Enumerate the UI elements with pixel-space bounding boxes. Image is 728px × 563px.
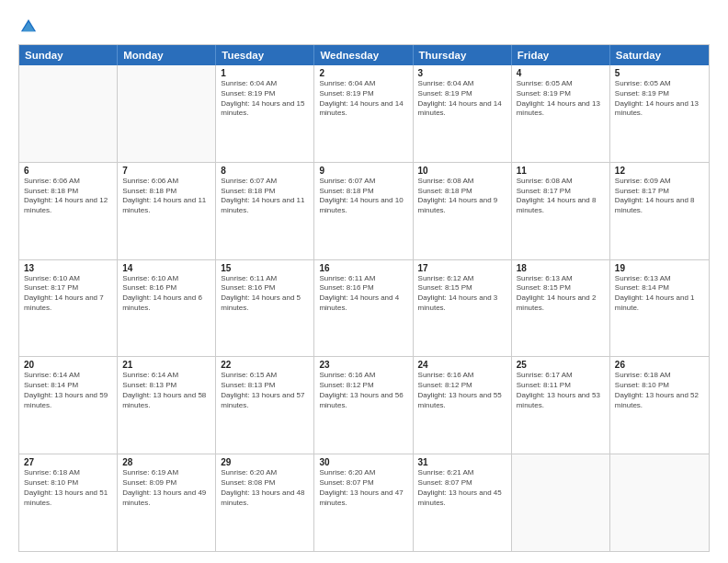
day-number: 3 xyxy=(418,68,506,78)
calendar-day-23: 23Sunrise: 6:16 AMSunset: 8:12 PMDayligh… xyxy=(314,357,413,454)
day-number: 9 xyxy=(319,166,407,176)
calendar-day-14: 14Sunrise: 6:10 AMSunset: 8:16 PMDayligh… xyxy=(118,260,216,357)
calendar-day-4: 4Sunrise: 6:05 AMSunset: 8:19 PMDaylight… xyxy=(512,65,610,162)
day-info: Sunrise: 6:05 AMSunset: 8:19 PMDaylight:… xyxy=(517,79,605,119)
calendar-day-8: 8Sunrise: 6:07 AMSunset: 8:18 PMDaylight… xyxy=(216,163,314,259)
calendar-day-1: 1Sunrise: 6:04 AMSunset: 8:19 PMDaylight… xyxy=(216,65,314,162)
day-number: 19 xyxy=(615,263,704,273)
day-info: Sunrise: 6:07 AMSunset: 8:18 PMDaylight:… xyxy=(319,177,407,216)
day-info: Sunrise: 6:04 AMSunset: 8:19 PMDaylight:… xyxy=(319,79,407,119)
calendar-week-2: 6Sunrise: 6:06 AMSunset: 8:18 PMDaylight… xyxy=(19,162,709,259)
day-number: 26 xyxy=(615,360,704,370)
calendar-day-21: 21Sunrise: 6:14 AMSunset: 8:13 PMDayligh… xyxy=(118,357,216,454)
day-number: 6 xyxy=(24,166,112,176)
day-info: Sunrise: 6:15 AMSunset: 8:13 PMDaylight:… xyxy=(221,371,309,410)
day-info: Sunrise: 6:04 AMSunset: 8:19 PMDaylight:… xyxy=(221,79,309,119)
day-number: 11 xyxy=(517,166,605,176)
day-info: Sunrise: 6:14 AMSunset: 8:14 PMDaylight:… xyxy=(24,371,112,410)
calendar-day-20: 20Sunrise: 6:14 AMSunset: 8:14 PMDayligh… xyxy=(19,357,118,454)
day-info: Sunrise: 6:11 AMSunset: 8:16 PMDaylight:… xyxy=(319,274,407,314)
day-number: 22 xyxy=(221,360,309,370)
calendar-day-11: 11Sunrise: 6:08 AMSunset: 8:17 PMDayligh… xyxy=(512,163,610,259)
calendar-day-29: 29Sunrise: 6:20 AMSunset: 8:08 PMDayligh… xyxy=(216,454,314,551)
day-number: 14 xyxy=(122,263,210,273)
day-number: 21 xyxy=(122,360,210,370)
header-day-saturday: Saturday xyxy=(610,45,709,65)
calendar-day-12: 12Sunrise: 6:09 AMSunset: 8:17 PMDayligh… xyxy=(610,163,709,259)
day-number: 20 xyxy=(24,360,112,370)
day-number: 4 xyxy=(517,68,605,78)
day-number: 12 xyxy=(615,166,704,176)
calendar-day-31: 31Sunrise: 6:21 AMSunset: 8:07 PMDayligh… xyxy=(414,454,512,551)
header-day-friday: Friday xyxy=(512,45,610,65)
day-info: Sunrise: 6:05 AMSunset: 8:19 PMDaylight:… xyxy=(615,79,704,119)
day-info: Sunrise: 6:09 AMSunset: 8:17 PMDaylight:… xyxy=(615,177,704,216)
day-info: Sunrise: 6:08 AMSunset: 8:18 PMDaylight:… xyxy=(418,177,506,216)
day-number: 5 xyxy=(615,68,704,78)
day-info: Sunrise: 6:12 AMSunset: 8:15 PMDaylight:… xyxy=(418,274,506,314)
day-info: Sunrise: 6:06 AMSunset: 8:18 PMDaylight:… xyxy=(122,177,210,216)
day-info: Sunrise: 6:10 AMSunset: 8:16 PMDaylight:… xyxy=(122,274,210,314)
calendar-day-30: 30Sunrise: 6:20 AMSunset: 8:07 PMDayligh… xyxy=(314,454,413,551)
calendar-day-13: 13Sunrise: 6:10 AMSunset: 8:17 PMDayligh… xyxy=(19,260,118,357)
day-number: 16 xyxy=(319,263,407,273)
header-day-sunday: Sunday xyxy=(19,45,118,65)
day-number: 25 xyxy=(517,360,605,370)
calendar-day-empty xyxy=(610,454,709,551)
day-info: Sunrise: 6:07 AMSunset: 8:18 PMDaylight:… xyxy=(221,177,309,216)
day-info: Sunrise: 6:10 AMSunset: 8:17 PMDaylight:… xyxy=(24,274,112,314)
day-info: Sunrise: 6:16 AMSunset: 8:12 PMDaylight:… xyxy=(418,371,506,410)
day-number: 13 xyxy=(24,263,112,273)
day-info: Sunrise: 6:19 AMSunset: 8:09 PMDaylight:… xyxy=(122,468,210,508)
day-number: 10 xyxy=(418,166,506,176)
calendar-week-5: 27Sunrise: 6:18 AMSunset: 8:10 PMDayligh… xyxy=(19,454,709,551)
day-number: 7 xyxy=(122,166,210,176)
calendar-day-6: 6Sunrise: 6:06 AMSunset: 8:18 PMDaylight… xyxy=(19,163,118,259)
header-day-tuesday: Tuesday xyxy=(216,45,314,65)
calendar-week-1: 1Sunrise: 6:04 AMSunset: 8:19 PMDaylight… xyxy=(19,65,709,162)
day-number: 18 xyxy=(517,263,605,273)
day-number: 27 xyxy=(24,457,112,467)
day-number: 17 xyxy=(418,263,506,273)
day-info: Sunrise: 6:18 AMSunset: 8:10 PMDaylight:… xyxy=(615,371,704,410)
calendar-day-2: 2Sunrise: 6:04 AMSunset: 8:19 PMDaylight… xyxy=(314,65,413,162)
day-number: 1 xyxy=(221,68,309,78)
calendar-day-18: 18Sunrise: 6:13 AMSunset: 8:15 PMDayligh… xyxy=(512,260,610,357)
day-info: Sunrise: 6:16 AMSunset: 8:12 PMDaylight:… xyxy=(319,371,407,410)
day-info: Sunrise: 6:14 AMSunset: 8:13 PMDaylight:… xyxy=(122,371,210,410)
day-number: 30 xyxy=(319,457,407,467)
day-info: Sunrise: 6:21 AMSunset: 8:07 PMDaylight:… xyxy=(418,468,506,508)
day-number: 8 xyxy=(221,166,309,176)
calendar-day-19: 19Sunrise: 6:13 AMSunset: 8:14 PMDayligh… xyxy=(610,260,709,357)
day-number: 28 xyxy=(122,457,210,467)
page: SundayMondayTuesdayWednesdayThursdayFrid… xyxy=(0,0,728,563)
day-info: Sunrise: 6:08 AMSunset: 8:17 PMDaylight:… xyxy=(517,177,605,216)
calendar-day-empty xyxy=(512,454,610,551)
calendar-day-24: 24Sunrise: 6:16 AMSunset: 8:12 PMDayligh… xyxy=(414,357,512,454)
calendar-day-28: 28Sunrise: 6:19 AMSunset: 8:09 PMDayligh… xyxy=(118,454,216,551)
calendar-day-empty xyxy=(118,65,216,162)
day-number: 15 xyxy=(221,263,309,273)
calendar-day-empty xyxy=(19,65,118,162)
calendar-body: 1Sunrise: 6:04 AMSunset: 8:19 PMDaylight… xyxy=(19,65,709,551)
calendar-day-25: 25Sunrise: 6:17 AMSunset: 8:11 PMDayligh… xyxy=(512,357,610,454)
day-info: Sunrise: 6:17 AMSunset: 8:11 PMDaylight:… xyxy=(517,371,605,410)
calendar-day-27: 27Sunrise: 6:18 AMSunset: 8:10 PMDayligh… xyxy=(19,454,118,551)
header-day-wednesday: Wednesday xyxy=(314,45,413,65)
day-number: 29 xyxy=(221,457,309,467)
logo-icon xyxy=(18,17,39,37)
day-info: Sunrise: 6:13 AMSunset: 8:15 PMDaylight:… xyxy=(517,274,605,314)
calendar-day-17: 17Sunrise: 6:12 AMSunset: 8:15 PMDayligh… xyxy=(414,260,512,357)
day-info: Sunrise: 6:18 AMSunset: 8:10 PMDaylight:… xyxy=(24,468,112,508)
calendar-day-15: 15Sunrise: 6:11 AMSunset: 8:16 PMDayligh… xyxy=(216,260,314,357)
calendar-day-5: 5Sunrise: 6:05 AMSunset: 8:19 PMDaylight… xyxy=(610,65,709,162)
day-number: 31 xyxy=(418,457,506,467)
header xyxy=(18,17,710,37)
day-number: 2 xyxy=(319,68,407,78)
header-day-monday: Monday xyxy=(118,45,216,65)
calendar-day-22: 22Sunrise: 6:15 AMSunset: 8:13 PMDayligh… xyxy=(216,357,314,454)
calendar-day-26: 26Sunrise: 6:18 AMSunset: 8:10 PMDayligh… xyxy=(610,357,709,454)
day-number: 23 xyxy=(319,360,407,370)
calendar-day-16: 16Sunrise: 6:11 AMSunset: 8:16 PMDayligh… xyxy=(314,260,413,357)
logo xyxy=(18,17,42,37)
